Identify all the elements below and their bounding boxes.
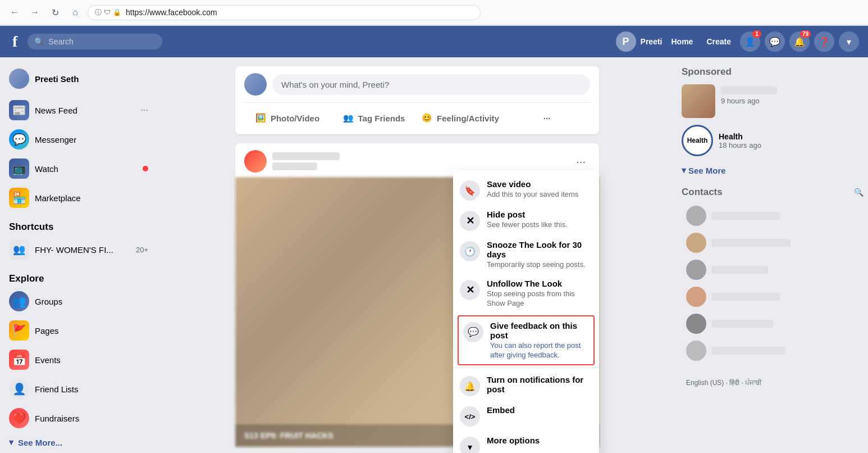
center-feed: What's on your mind, Preeti? 🖼️ Photo/Vi…: [226, 57, 608, 453]
composer-input[interactable]: What's on your mind, Preeti?: [272, 74, 590, 95]
see-more-button[interactable]: ▾ See More...: [4, 433, 153, 452]
sidebar-item-watch[interactable]: 📺 Watch: [4, 154, 153, 183]
shortcuts-title: Shortcuts: [4, 217, 153, 235]
contact-item-4[interactable]: [682, 283, 864, 310]
contact-avatar-6: [686, 341, 706, 361]
post-dropdown-menu: 🔖 Save video Add this to your saved item…: [453, 170, 599, 453]
give-feedback-title: Give feedback on this post: [490, 321, 589, 340]
composer-actions: 🖼️ Photo/Video 👥 Tag Friends 😊 Feeling/A…: [244, 102, 590, 128]
events-label: Events: [35, 355, 61, 365]
shortcut-count-fhy: 20+: [136, 246, 148, 254]
menu-item-hide-post[interactable]: ✕ Hide post See fewer posts like this.: [453, 205, 599, 235]
menu-item-unfollow[interactable]: ✕ Unfollow The Look Stop seeing posts fr…: [453, 274, 599, 313]
snooze-subtitle: Temporarily stop seeing posts.: [487, 260, 592, 270]
menu-item-give-feedback[interactable]: 💬 Give feedback on this post You can als…: [458, 315, 595, 366]
more-composer-button[interactable]: ···: [504, 109, 590, 128]
search-icon: 🔍: [34, 37, 44, 46]
unfollow-content: Unfollow The Look Stop seeing posts from…: [487, 279, 592, 309]
news-feed-options-icon[interactable]: ···: [141, 105, 148, 115]
save-video-content: Save video Add this to your saved items: [487, 179, 592, 200]
photo-video-icon: 🖼️: [255, 113, 266, 123]
watch-notification-dot: [143, 166, 148, 171]
menu-item-embed[interactable]: </> Embed: [453, 401, 599, 431]
save-video-subtitle: Add this to your saved items: [487, 190, 592, 200]
photo-video-button[interactable]: 🖼️ Photo/Video: [244, 108, 331, 128]
search-bar[interactable]: 🔍: [28, 34, 162, 49]
snooze-icon: 🕐: [460, 241, 480, 261]
contact-name-6: [712, 347, 785, 355]
health-name: Health: [719, 132, 864, 141]
notifications-button[interactable]: 🔔 79: [789, 31, 810, 52]
post-meta: [272, 162, 572, 170]
sidebar-item-messenger[interactable]: 💬 Messenger: [4, 125, 153, 154]
sidebar-user[interactable]: Preeti Seth: [4, 64, 153, 93]
address-bar[interactable]: ⓘ 🛡 🔒 https://www.facebook.com: [88, 5, 481, 20]
tag-friends-button[interactable]: 👥 Tag Friends: [331, 108, 417, 128]
sidebar-item-events[interactable]: 📅 Events: [4, 345, 153, 374]
photo-video-label: Photo/Video: [271, 114, 319, 123]
save-video-title: Save video: [487, 179, 592, 189]
contact-name-5: [712, 320, 774, 328]
sidebar-item-pages[interactable]: 🚩 Pages: [4, 316, 153, 345]
contact-name-4: [712, 293, 779, 301]
contacts-search-icon[interactable]: 🔍: [854, 188, 864, 197]
menu-item-turn-on-notif[interactable]: 🔔 Turn on notifications for post: [453, 370, 599, 401]
messenger-button[interactable]: 💬: [765, 31, 785, 52]
messenger-label: Messenger: [35, 135, 76, 144]
menu-item-snooze[interactable]: 🕐 Snooze The Look for 30 days Temporaril…: [453, 235, 599, 274]
sidebar-item-fundraisers[interactable]: ❤️ Fundraisers: [4, 404, 153, 433]
sidebar-item-news-feed[interactable]: 📰 News Feed ···: [4, 96, 153, 125]
sidebar-item-groups[interactable]: 👥 Groups: [4, 287, 153, 316]
sidebar-item-friend-lists[interactable]: 👤 Friend Lists: [4, 374, 153, 404]
help-button[interactable]: ❓: [814, 31, 834, 52]
groups-label: Groups: [35, 297, 62, 306]
header-right: P Preeti Home Create 👤 1 💬 🔔 79 ❓ ▾: [616, 31, 859, 52]
contacts-section: Contacts 🔍: [682, 187, 864, 364]
sidebar-shortcut-fhy[interactable]: 👥 FHY- WOMEN'S FI... 20+: [4, 235, 153, 264]
hide-post-content: Hide post See fewer posts like this.: [487, 210, 592, 230]
home-nav-button[interactable]: Home: [667, 37, 698, 46]
menu-divider: [453, 368, 599, 368]
messenger-icon: 💬: [9, 129, 29, 150]
contact-item-6[interactable]: [682, 337, 864, 364]
give-feedback-subtitle: You can also report the post after givin…: [490, 341, 589, 360]
groups-icon: 👥: [9, 291, 29, 311]
more-options-title: More options: [487, 436, 592, 445]
contact-avatar-2: [686, 233, 706, 253]
sidebar-item-marketplace[interactable]: 🏪 Marketplace: [4, 183, 153, 212]
explore-title: Explore: [4, 269, 153, 287]
contact-item-2[interactable]: [682, 229, 864, 256]
menu-item-save-video[interactable]: 🔖 Save video Add this to your saved item…: [453, 175, 599, 205]
account-menu-button[interactable]: ▾: [839, 31, 859, 52]
hide-post-title: Hide post: [487, 210, 592, 219]
turn-on-notif-content: Turn on notifications for post: [487, 375, 592, 394]
create-nav-button[interactable]: Create: [702, 37, 735, 46]
right-sidebar: Sponsored 9 hours ago Health Health 18 h…: [677, 57, 868, 453]
contact-item-3[interactable]: [682, 256, 864, 283]
news-feed-label: News Feed: [35, 106, 77, 115]
turn-on-notif-title: Turn on notifications for post: [487, 375, 592, 394]
contact-item-5[interactable]: [682, 310, 864, 337]
refresh-button[interactable]: ↻: [47, 4, 63, 20]
health-item: Health Health 18 hours ago: [682, 125, 864, 156]
see-more-link[interactable]: ▾ See More: [682, 163, 864, 178]
friend-requests-button[interactable]: 👤 1: [740, 31, 760, 52]
composer-top: What's on your mind, Preeti?: [244, 73, 590, 96]
contact-avatar-1: [686, 206, 706, 226]
contact-item-1[interactable]: [682, 202, 864, 229]
search-input[interactable]: [48, 37, 156, 46]
sidebar-user-name: Preeti Seth: [35, 74, 79, 84]
contact-avatar-3: [686, 260, 706, 280]
blurred-author-name: [272, 152, 340, 160]
embed-content: Embed: [487, 405, 592, 415]
friend-lists-label: Friend Lists: [35, 384, 79, 394]
post-options-button[interactable]: ···: [572, 153, 590, 170]
forward-button[interactable]: →: [27, 4, 43, 20]
see-more-link-label: See More: [688, 166, 726, 175]
back-button[interactable]: ←: [7, 4, 22, 20]
hide-post-subtitle: See fewer posts like this.: [487, 220, 592, 230]
see-more-chevron-icon: ▾: [682, 165, 686, 175]
menu-item-more-options[interactable]: ▾ More options: [453, 431, 599, 453]
feeling-activity-button[interactable]: 😊 Feeling/Activity: [417, 108, 504, 128]
home-button[interactable]: ⌂: [67, 4, 83, 20]
